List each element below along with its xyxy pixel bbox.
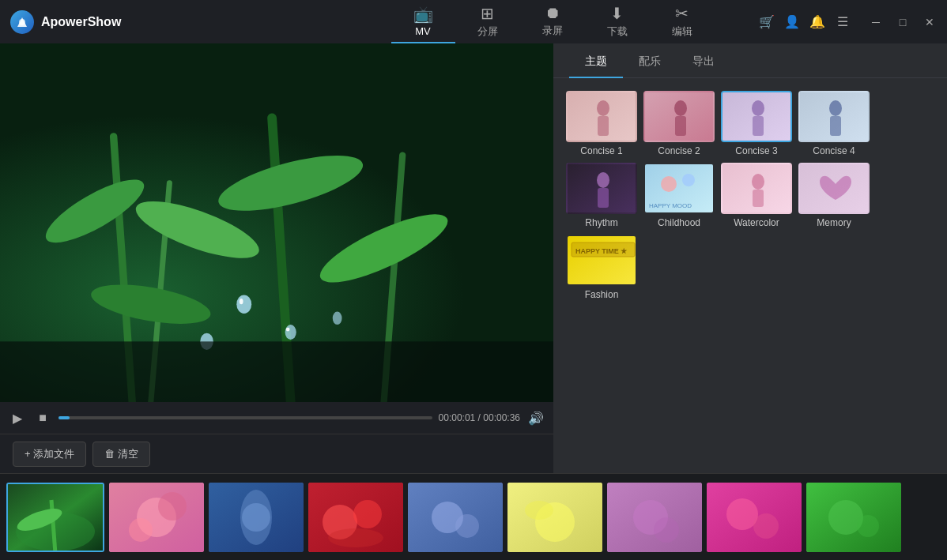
nav-tab-download[interactable]: ⬇ 下载 <box>585 0 650 43</box>
nav-tab-edit[interactable]: ✂ 编辑 <box>650 0 715 43</box>
close-button[interactable]: ✕ <box>919 11 941 33</box>
svg-text:HAPPY TIME ★: HAPPY TIME ★ <box>575 247 628 255</box>
concise3-label: Concise 3 <box>735 145 777 156</box>
menu-icon[interactable]: ☰ <box>833 13 852 32</box>
svg-rect-19 <box>0 341 553 402</box>
theme-rhythm[interactable]: Rhythm <box>566 163 637 228</box>
svg-point-16 <box>333 312 342 325</box>
svg-point-53 <box>129 518 153 542</box>
svg-point-17 <box>240 299 243 304</box>
add-file-button[interactable]: + 添加文件 <box>13 442 86 467</box>
theme-thumb-childhood: HAPPY MOOD <box>643 163 715 214</box>
filmstrip-item-5[interactable] <box>408 483 503 552</box>
clear-button[interactable]: 🗑 清空 <box>92 442 150 467</box>
filmstrip-item-4[interactable] <box>308 483 403 552</box>
volume-button[interactable]: 🔊 <box>526 408 545 427</box>
svg-point-60 <box>353 500 382 528</box>
theme-grid: Concise 1 Concise 2 <box>553 78 947 313</box>
film-thumb-1-img <box>8 484 103 552</box>
childhood-preview: HAPPY MOOD <box>645 164 715 214</box>
video-wrapper: ▶ ■ 00:00:01 / 00:00:36 🔊 + 添加文件 🗑 <box>0 43 553 473</box>
film-thumb-8-img <box>707 483 802 552</box>
theme-concise2[interactable]: Concise 2 <box>643 91 715 156</box>
svg-point-61 <box>328 528 383 547</box>
svg-point-37 <box>661 176 677 192</box>
theme-thumb-fashion: HAPPY TIME ★ <box>566 235 637 286</box>
minimize-button[interactable]: ─ <box>865 11 887 33</box>
theme-concise3[interactable]: Concise 3 <box>721 91 792 156</box>
right-panel: 主题 配乐 导出 <box>553 43 947 473</box>
app-title: ApowerShow <box>41 15 121 29</box>
nav-tab-edit-label: 编辑 <box>672 24 692 39</box>
concise2-preview <box>645 92 715 142</box>
main-area: ▶ ■ 00:00:01 / 00:00:36 🔊 + 添加文件 🗑 <box>0 43 947 560</box>
memory-preview <box>800 164 870 214</box>
theme-thumb-concise2 <box>643 91 715 142</box>
theme-concise1[interactable]: Concise 1 <box>566 91 637 156</box>
svg-point-25 <box>674 100 687 116</box>
cart-icon[interactable]: 🛒 <box>757 13 776 32</box>
progress-bar[interactable] <box>58 416 432 419</box>
nav-tab-record[interactable]: ⏺ 录屏 <box>520 0 585 43</box>
total-time: 00:00:36 <box>483 412 520 423</box>
svg-point-38 <box>682 174 695 186</box>
tab-export[interactable]: 导出 <box>677 47 730 78</box>
stop-button[interactable]: ■ <box>33 408 52 427</box>
svg-rect-35 <box>598 188 609 208</box>
maximize-button[interactable]: □ <box>892 11 914 33</box>
video-content <box>0 43 553 402</box>
svg-point-54 <box>158 492 187 521</box>
theme-memory[interactable]: Memory <box>798 163 870 228</box>
fashion-label: Fashion <box>585 289 619 300</box>
filmstrip-item-7[interactable] <box>607 483 702 552</box>
play-button[interactable]: ▶ <box>8 408 27 427</box>
filmstrip-item-3[interactable] <box>209 483 304 552</box>
nav-tab-record-label: 录屏 <box>542 24 563 38</box>
theme-thumb-rhythm <box>566 163 637 214</box>
svg-rect-29 <box>753 116 764 136</box>
filmstrip-item-2[interactable] <box>109 483 204 552</box>
progress-fill <box>58 416 70 419</box>
filmstrip-item-9[interactable] <box>806 483 901 552</box>
clear-label: 🗑 清空 <box>104 447 138 461</box>
add-file-label: + 添加文件 <box>25 447 74 461</box>
tab-music[interactable]: 配乐 <box>623 47 677 78</box>
film-thumb-7-img <box>607 483 702 552</box>
bottom-toolbar: + 添加文件 🗑 清空 <box>0 434 553 473</box>
download-icon: ⬇ <box>610 4 624 23</box>
theme-childhood[interactable]: HAPPY MOOD Childhood <box>643 163 715 228</box>
svg-point-73 <box>753 513 779 539</box>
rhythm-preview <box>568 164 637 214</box>
svg-point-57 <box>242 503 270 532</box>
theme-watercolor[interactable]: Watercolor <box>721 163 792 228</box>
filmstrip-item-1[interactable] <box>6 483 104 552</box>
theme-concise4[interactable]: Concise 4 <box>798 91 870 156</box>
svg-rect-42 <box>753 190 764 207</box>
user-icon[interactable]: 👤 <box>783 13 802 32</box>
film-thumb-2-img <box>109 483 204 552</box>
nav-tab-split-label: 分屏 <box>477 24 498 39</box>
film-thumb-3-img <box>209 483 304 552</box>
concise4-preview <box>800 92 870 142</box>
video-background <box>0 43 553 402</box>
filmstrip-item-8[interactable] <box>707 483 802 552</box>
bell-icon[interactable]: 🔔 <box>808 13 827 32</box>
split-icon: ⊞ <box>481 4 494 23</box>
svg-point-28 <box>752 100 764 116</box>
nav-tab-split[interactable]: ⊞ 分屏 <box>455 0 520 43</box>
tab-theme-label: 主题 <box>585 54 607 67</box>
theme-fashion[interactable]: HAPPY TIME ★ Fashion <box>566 235 637 300</box>
svg-rect-23 <box>598 116 609 136</box>
svg-point-41 <box>752 174 764 190</box>
nav-tab-mv[interactable]: 📺 MV <box>391 0 455 43</box>
svg-point-67 <box>525 501 553 520</box>
edit-icon: ✂ <box>675 4 689 23</box>
theme-thumb-watercolor <box>721 163 792 214</box>
filmstrip-item-6[interactable] <box>507 483 602 552</box>
svg-point-76 <box>857 515 879 537</box>
svg-point-13 <box>236 295 251 314</box>
concise3-preview <box>723 92 792 142</box>
tab-theme[interactable]: 主题 <box>569 47 623 78</box>
film-thumb-9-img <box>806 483 901 552</box>
fashion-preview: HAPPY TIME ★ <box>568 236 637 286</box>
